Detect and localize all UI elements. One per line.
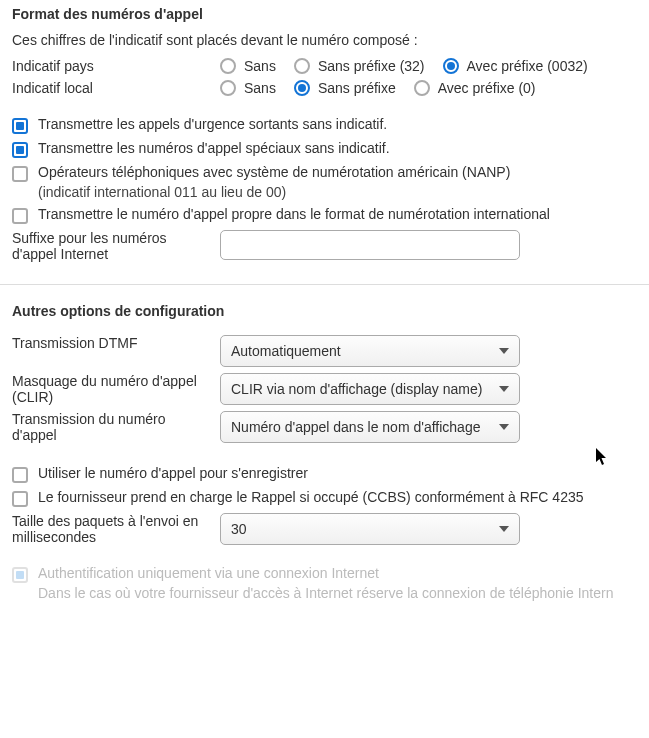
radio-label: Sans bbox=[244, 80, 276, 96]
country-prefix-avec-prefixe[interactable]: Avec préfixe (0032) bbox=[443, 58, 588, 74]
dtmf-label: Transmission DTMF bbox=[12, 335, 220, 351]
nanp-label: Opérateurs téléphoniques avec système de… bbox=[38, 164, 637, 180]
radio-icon bbox=[414, 80, 430, 96]
special-numbers-label: Transmettre les numéros d'appel spéciaux… bbox=[38, 140, 637, 156]
auth-internet-label: Authentification uniquement via une conn… bbox=[38, 565, 637, 581]
select-value: Numéro d'appel dans le nom d'affichage bbox=[231, 419, 491, 435]
emergency-checkbox[interactable] bbox=[12, 118, 28, 134]
section-heading-other: Autres options de configuration bbox=[12, 303, 637, 319]
register-use-label: Utiliser le numéro d'appel pour s'enregi… bbox=[38, 465, 637, 481]
intl-format-checkbox[interactable] bbox=[12, 208, 28, 224]
radio-icon bbox=[294, 58, 310, 74]
nanp-checkbox[interactable] bbox=[12, 166, 28, 182]
country-prefix-sans-prefixe[interactable]: Sans préfixe (32) bbox=[294, 58, 425, 74]
ccbs-label: Le fournisseur prend en charge le Rappel… bbox=[38, 489, 637, 505]
country-prefix-sans[interactable]: Sans bbox=[220, 58, 276, 74]
radio-icon bbox=[220, 80, 236, 96]
select-value: 30 bbox=[231, 521, 491, 537]
select-value: Automatiquement bbox=[231, 343, 491, 359]
clir-label: Masquage du numéro d'appel (CLIR) bbox=[12, 373, 220, 405]
register-use-checkbox[interactable] bbox=[12, 467, 28, 483]
radio-label: Avec préfixe (0032) bbox=[467, 58, 588, 74]
section-divider bbox=[0, 284, 649, 285]
radio-label: Avec préfixe (0) bbox=[438, 80, 536, 96]
packet-size-select[interactable]: 30 bbox=[220, 513, 520, 545]
lead-text: Ces chiffres de l'indicatif sont placés … bbox=[12, 32, 637, 48]
chevron-down-icon bbox=[499, 386, 509, 392]
select-value: CLIR via nom d'affichage (display name) bbox=[231, 381, 491, 397]
packet-size-label: Taille des paquets à l'envoi en millisec… bbox=[12, 513, 220, 545]
local-prefix-sans-prefixe[interactable]: Sans préfixe bbox=[294, 80, 396, 96]
country-prefix-label: Indicatif pays bbox=[12, 58, 220, 74]
section-heading-format: Format des numéros d'appel bbox=[12, 6, 637, 22]
callid-label: Transmission du numéro d'appel bbox=[12, 411, 220, 443]
radio-icon bbox=[443, 58, 459, 74]
radio-label: Sans bbox=[244, 58, 276, 74]
suffix-input[interactable] bbox=[220, 230, 520, 260]
local-prefix-avec-prefixe[interactable]: Avec préfixe (0) bbox=[414, 80, 536, 96]
chevron-down-icon bbox=[499, 348, 509, 354]
intl-format-label: Transmettre le numéro d'appel propre dan… bbox=[38, 206, 637, 222]
radio-icon bbox=[294, 80, 310, 96]
chevron-down-icon bbox=[499, 424, 509, 430]
suffix-label: Suffixe pour les numéros d'appel Interne… bbox=[12, 230, 220, 262]
country-prefix-group: Sans Sans préfixe (32) Avec préfixe (003… bbox=[220, 58, 637, 74]
chevron-down-icon bbox=[499, 526, 509, 532]
local-prefix-sans[interactable]: Sans bbox=[220, 80, 276, 96]
emergency-label: Transmettre les appels d'urgence sortant… bbox=[38, 116, 637, 132]
clir-select[interactable]: CLIR via nom d'affichage (display name) bbox=[220, 373, 520, 405]
radio-label: Sans préfixe bbox=[318, 80, 396, 96]
local-prefix-label: Indicatif local bbox=[12, 80, 220, 96]
local-prefix-group: Sans Sans préfixe Avec préfixe (0) bbox=[220, 80, 637, 96]
dtmf-select[interactable]: Automatiquement bbox=[220, 335, 520, 367]
radio-icon bbox=[220, 58, 236, 74]
radio-label: Sans préfixe (32) bbox=[318, 58, 425, 74]
special-numbers-checkbox[interactable] bbox=[12, 142, 28, 158]
nanp-sub-label: (indicatif international 011 au lieu de … bbox=[38, 184, 637, 200]
auth-internet-checkbox[interactable] bbox=[12, 567, 28, 583]
callid-select[interactable]: Numéro d'appel dans le nom d'affichage bbox=[220, 411, 520, 443]
ccbs-checkbox[interactable] bbox=[12, 491, 28, 507]
auth-internet-sub: Dans le cas où votre fournisseur d'accès… bbox=[38, 585, 637, 601]
